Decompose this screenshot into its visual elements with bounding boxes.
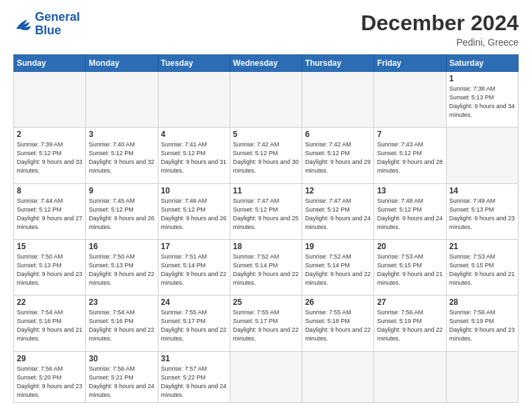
calendar-header-friday: Friday: [374, 55, 446, 72]
logo-icon: [13, 17, 32, 32]
day-number: 1: [449, 74, 515, 83]
calendar-cell: [230, 72, 302, 128]
calendar-cell: [230, 351, 302, 402]
day-number: 3: [89, 130, 154, 139]
calendar-week-5: 22 Sunrise: 7:54 AM Sunset: 5:16 PM Dayl…: [14, 295, 519, 351]
title-block: December 2024 Pedini, Greece: [361, 11, 519, 48]
calendar-cell: 20 Sunrise: 7:53 AM Sunset: 5:15 PM Dayl…: [374, 239, 446, 295]
day-info: Sunrise: 7:55 AM Sunset: 5:17 PM Dayligh…: [161, 308, 227, 343]
calendar-cell: [158, 72, 230, 128]
day-info: Sunrise: 7:42 AM Sunset: 5:12 PM Dayligh…: [233, 140, 299, 175]
calendar-cell: [86, 72, 158, 128]
day-number: 8: [17, 186, 83, 195]
calendar-cell: 26 Sunrise: 7:55 AM Sunset: 5:18 PM Dayl…: [302, 295, 374, 351]
day-info: Sunrise: 7:49 AM Sunset: 5:13 PM Dayligh…: [449, 197, 515, 232]
day-number: 16: [89, 242, 154, 251]
calendar-cell: 18 Sunrise: 7:52 AM Sunset: 5:14 PM Dayl…: [230, 239, 302, 295]
calendar-header-monday: Monday: [86, 55, 158, 72]
calendar-cell: 12 Sunrise: 7:47 AM Sunset: 5:12 PM Dayl…: [302, 183, 374, 239]
day-number: 31: [161, 354, 227, 363]
calendar-cell: 23 Sunrise: 7:54 AM Sunset: 5:16 PM Dayl…: [86, 295, 158, 351]
logo: General Blue: [13, 11, 80, 38]
calendar-header-row: SundayMondayTuesdayWednesdayThursdayFrid…: [14, 55, 519, 72]
day-number: 21: [449, 242, 515, 251]
day-number: 27: [377, 298, 443, 307]
day-number: 19: [305, 242, 371, 251]
calendar-cell: 29 Sunrise: 7:56 AM Sunset: 5:20 PM Dayl…: [14, 351, 86, 402]
page: General Blue December 2024 Pedini, Greec…: [0, 0, 532, 411]
day-number: 15: [17, 242, 83, 251]
calendar-cell: 28 Sunrise: 7:56 AM Sunset: 5:19 PM Dayl…: [446, 295, 518, 351]
calendar-header-sunday: Sunday: [14, 55, 86, 72]
day-number: 20: [377, 242, 443, 251]
day-info: Sunrise: 7:38 AM Sunset: 5:13 PM Dayligh…: [449, 85, 515, 120]
calendar-cell: 8 Sunrise: 7:44 AM Sunset: 5:12 PM Dayli…: [14, 183, 86, 239]
calendar-cell: [446, 128, 518, 183]
day-info: Sunrise: 7:53 AM Sunset: 5:15 PM Dayligh…: [377, 253, 443, 287]
day-number: 24: [161, 298, 227, 307]
day-info: Sunrise: 7:50 AM Sunset: 5:13 PM Dayligh…: [17, 253, 83, 287]
calendar-header-tuesday: Tuesday: [158, 55, 230, 72]
calendar-week-3: 8 Sunrise: 7:44 AM Sunset: 5:12 PM Dayli…: [14, 183, 519, 239]
calendar-cell: [302, 72, 374, 128]
day-number: 4: [161, 130, 227, 139]
calendar-cell: 5 Sunrise: 7:42 AM Sunset: 5:12 PM Dayli…: [230, 128, 302, 183]
calendar-cell: 2 Sunrise: 7:39 AM Sunset: 5:12 PM Dayli…: [14, 128, 86, 183]
day-info: Sunrise: 7:57 AM Sunset: 5:22 PM Dayligh…: [161, 365, 227, 400]
calendar-cell: 31 Sunrise: 7:57 AM Sunset: 5:22 PM Dayl…: [158, 351, 230, 402]
calendar-cell: 30 Sunrise: 7:56 AM Sunset: 5:21 PM Dayl…: [86, 351, 158, 402]
day-info: Sunrise: 7:44 AM Sunset: 5:12 PM Dayligh…: [17, 197, 83, 232]
calendar-cell: 4 Sunrise: 7:41 AM Sunset: 5:12 PM Dayli…: [158, 128, 230, 183]
day-info: Sunrise: 7:54 AM Sunset: 5:16 PM Dayligh…: [17, 308, 83, 343]
day-info: Sunrise: 7:56 AM Sunset: 5:19 PM Dayligh…: [449, 308, 515, 343]
calendar-cell: 15 Sunrise: 7:50 AM Sunset: 5:13 PM Dayl…: [14, 239, 86, 295]
calendar-week-2: 2 Sunrise: 7:39 AM Sunset: 5:12 PM Dayli…: [14, 128, 519, 183]
calendar-header-wednesday: Wednesday: [230, 55, 302, 72]
calendar-cell: 13 Sunrise: 7:48 AM Sunset: 5:12 PM Dayl…: [374, 183, 446, 239]
calendar-week-4: 15 Sunrise: 7:50 AM Sunset: 5:13 PM Dayl…: [14, 239, 519, 295]
day-info: Sunrise: 7:39 AM Sunset: 5:12 PM Dayligh…: [17, 140, 83, 175]
calendar-cell: [302, 351, 374, 402]
day-number: 25: [233, 298, 299, 307]
day-info: Sunrise: 7:52 AM Sunset: 5:14 PM Dayligh…: [305, 253, 371, 287]
calendar-header-saturday: Saturday: [446, 55, 518, 72]
day-number: 7: [377, 130, 443, 139]
day-number: 12: [305, 186, 371, 195]
day-info: Sunrise: 7:51 AM Sunset: 5:14 PM Dayligh…: [161, 253, 227, 287]
calendar-cell: 14 Sunrise: 7:49 AM Sunset: 5:13 PM Dayl…: [446, 183, 518, 239]
day-number: 18: [233, 242, 299, 251]
day-info: Sunrise: 7:43 AM Sunset: 5:12 PM Dayligh…: [377, 140, 443, 175]
day-info: Sunrise: 7:56 AM Sunset: 5:21 PM Dayligh…: [89, 365, 154, 400]
calendar-cell: 25 Sunrise: 7:55 AM Sunset: 5:17 PM Dayl…: [230, 295, 302, 351]
day-info: Sunrise: 7:55 AM Sunset: 5:18 PM Dayligh…: [305, 308, 371, 343]
day-number: 17: [161, 242, 227, 251]
day-number: 11: [233, 186, 299, 195]
day-number: 9: [89, 186, 154, 195]
logo-text: General Blue: [35, 11, 80, 38]
calendar-cell: [374, 351, 446, 402]
day-info: Sunrise: 7:55 AM Sunset: 5:17 PM Dayligh…: [233, 308, 299, 343]
day-info: Sunrise: 7:52 AM Sunset: 5:14 PM Dayligh…: [233, 253, 299, 287]
day-info: Sunrise: 7:50 AM Sunset: 5:13 PM Dayligh…: [89, 253, 154, 287]
day-number: 14: [449, 186, 515, 195]
calendar-week-6: 29 Sunrise: 7:56 AM Sunset: 5:20 PM Dayl…: [14, 351, 519, 402]
calendar-cell: 19 Sunrise: 7:52 AM Sunset: 5:14 PM Dayl…: [302, 239, 374, 295]
calendar-cell: 11 Sunrise: 7:47 AM Sunset: 5:12 PM Dayl…: [230, 183, 302, 239]
day-number: 5: [233, 130, 299, 139]
calendar-cell: 7 Sunrise: 7:43 AM Sunset: 5:12 PM Dayli…: [374, 128, 446, 183]
calendar-cell: [446, 351, 518, 402]
calendar: SundayMondayTuesdayWednesdayThursdayFrid…: [13, 54, 519, 403]
day-number: 2: [17, 130, 83, 139]
calendar-cell: 1 Sunrise: 7:38 AM Sunset: 5:13 PM Dayli…: [446, 72, 518, 128]
day-number: 29: [17, 354, 83, 363]
calendar-cell: 22 Sunrise: 7:54 AM Sunset: 5:16 PM Dayl…: [14, 295, 86, 351]
month-title: December 2024: [361, 11, 519, 36]
day-number: 28: [449, 298, 515, 307]
day-info: Sunrise: 7:54 AM Sunset: 5:16 PM Dayligh…: [89, 308, 154, 343]
location: Pedini, Greece: [361, 37, 519, 48]
day-number: 22: [17, 298, 83, 307]
calendar-cell: [14, 72, 86, 128]
day-info: Sunrise: 7:53 AM Sunset: 5:15 PM Dayligh…: [449, 253, 515, 287]
day-number: 6: [305, 130, 371, 139]
calendar-cell: 9 Sunrise: 7:45 AM Sunset: 5:12 PM Dayli…: [86, 183, 158, 239]
